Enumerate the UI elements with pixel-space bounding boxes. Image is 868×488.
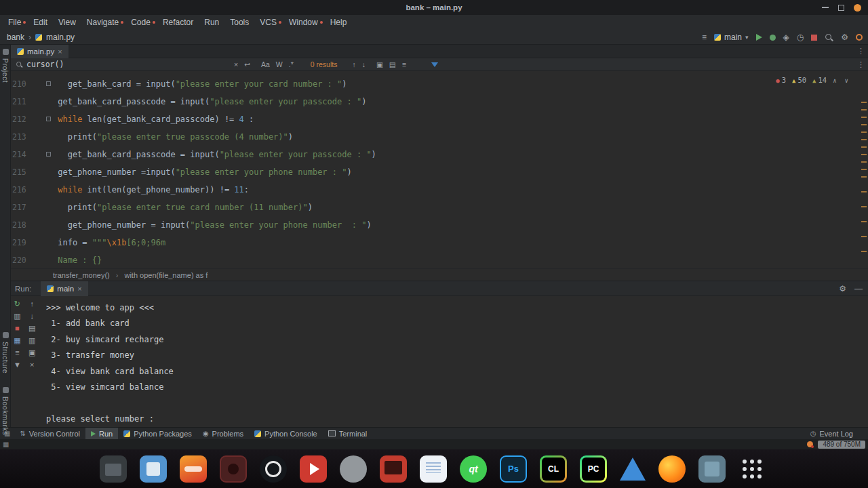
breadcrumb-function[interactable]: transfer_money() <box>53 271 110 279</box>
search-options-icon[interactable]: ≡ <box>402 60 406 68</box>
stop-button[interactable]: ■ <box>15 324 20 333</box>
stripe-mark[interactable] <box>861 161 867 163</box>
restore-layout-button[interactable]: ▦ <box>14 336 20 345</box>
tool-version-control[interactable]: ⇅Version Control <box>14 428 85 440</box>
search-input[interactable]: cursor() <box>26 60 234 69</box>
select-all-occurrences-icon[interactable]: ▤ <box>389 60 396 68</box>
tool-python-packages[interactable]: Python Packages <box>118 428 197 440</box>
menu-refactor[interactable]: Refactor <box>157 18 199 27</box>
find-all-icon[interactable]: ▣ <box>376 60 383 68</box>
tool-event-log[interactable]: ◷Event Log <box>805 428 859 440</box>
code-line[interactable]: 217 print("please enter true card number… <box>11 199 868 216</box>
clear-button[interactable]: × <box>30 361 34 369</box>
stripe-mark[interactable] <box>861 102 867 103</box>
event-notification-icon[interactable] <box>807 441 813 447</box>
console-output[interactable]: >>> welcome to app <<< 1- add bank card … <box>46 300 860 427</box>
inspection-errors[interactable]: ●3 <box>776 76 786 84</box>
tab-main-py[interactable]: main.py × <box>11 45 68 58</box>
code-line[interactable]: 216 while int(len(get_phone_number)) != … <box>11 181 868 199</box>
gimp-app[interactable] <box>340 455 367 483</box>
firefox-app[interactable] <box>658 455 686 483</box>
run-config-selector[interactable]: main ▾ <box>714 33 749 42</box>
stripe-mark[interactable] <box>861 117 867 118</box>
error-stripe[interactable] <box>860 71 868 268</box>
inspection-prev-arrow[interactable]: ∧ <box>833 76 838 84</box>
sidebar-item-bookmarks[interactable]: Bookmarks <box>0 387 11 435</box>
tool-python-console[interactable]: Python Console <box>249 428 323 440</box>
statusbar-grid-icon[interactable]: ▦ <box>3 441 9 448</box>
menu-view[interactable]: View <box>53 18 81 27</box>
scroll-to-end-button[interactable]: ▼ <box>14 361 21 369</box>
code-line[interactable]: 215 get_phone_number =input("please ente… <box>11 163 868 181</box>
fold-marker-icon[interactable] <box>46 117 51 121</box>
filter-icon[interactable] <box>431 62 438 67</box>
words-toggle[interactable]: W <box>276 60 283 68</box>
tool-problems[interactable]: ◉Problems <box>197 428 249 440</box>
media-app[interactable] <box>180 455 207 483</box>
code-line[interactable]: 213 print("please enter true passcode (4… <box>11 128 868 146</box>
stripe-mark[interactable] <box>861 191 867 192</box>
stripe-mark[interactable] <box>861 236 867 237</box>
close-run-tab-icon[interactable]: × <box>77 285 81 293</box>
regex-toggle[interactable]: .* <box>289 60 294 68</box>
menu-edit[interactable]: Edit <box>28 18 53 27</box>
code-editor[interactable]: 210 get_bank_card = input("please enter … <box>11 71 868 268</box>
clion-app[interactable]: CL <box>540 455 567 483</box>
inspection-weak-warnings[interactable]: ▲14 <box>812 76 827 84</box>
more-options-icon[interactable]: ⋮ <box>857 60 865 69</box>
files-app[interactable] <box>100 455 127 483</box>
breadcrumb-block[interactable]: with open(file_name) as f <box>124 271 208 279</box>
print-button[interactable]: ▣ <box>28 348 35 357</box>
fold-marker-icon[interactable] <box>46 81 51 86</box>
tool-run[interactable]: Run <box>85 428 118 440</box>
titlebar[interactable]: bank – main.py <box>0 0 868 15</box>
stripe-mark[interactable] <box>861 221 867 222</box>
memory-indicator[interactable]: 489 of 750M <box>818 441 865 449</box>
qt-app[interactable]: qt <box>460 455 487 483</box>
prev-occurrence-icon[interactable]: ↑ <box>352 60 355 68</box>
fold-marker-icon[interactable] <box>46 152 51 157</box>
stripe-mark[interactable] <box>861 109 867 110</box>
settings-gear-icon[interactable]: ⚙ <box>841 33 848 41</box>
stripe-mark[interactable] <box>861 169 867 170</box>
prism-app[interactable] <box>620 458 646 481</box>
notifications-icon[interactable] <box>856 34 863 41</box>
stripe-mark[interactable] <box>861 124 867 125</box>
close-search-icon[interactable]: × <box>234 60 238 68</box>
software-app[interactable] <box>140 455 167 483</box>
menu-navigate[interactable]: Navigate <box>81 18 124 27</box>
menu-help[interactable]: Help <box>325 18 353 27</box>
stripe-mark[interactable] <box>861 176 867 178</box>
code-line[interactable]: 212 while len(get_bank_card_passcode) !=… <box>11 110 868 128</box>
breadcrumb-project[interactable]: bank <box>7 33 24 42</box>
menu-tools[interactable]: Tools <box>224 18 254 27</box>
menu-run[interactable]: Run <box>199 18 224 27</box>
run-tab[interactable]: main × <box>41 281 87 296</box>
code-line[interactable]: 220 Name : {} <box>11 251 868 268</box>
close-icon[interactable] <box>854 4 861 12</box>
tab-options-icon[interactable]: ⋮ <box>857 47 865 56</box>
vm-app[interactable] <box>698 455 726 483</box>
soft-wrap-button[interactable]: ≡ <box>15 348 19 357</box>
code-line[interactable]: 210 get_bank_card = input("please enter … <box>11 75 868 93</box>
coverage-button[interactable]: ◈ <box>783 33 789 41</box>
code-line[interactable]: 214 get_bank_card_passcode = input("plea… <box>11 146 868 163</box>
up-stack-button[interactable]: ↑ <box>30 300 34 308</box>
code-line[interactable]: 218 get_phone_number = input("please ent… <box>11 216 868 234</box>
run-widget-icon[interactable]: ≡ <box>702 33 707 41</box>
rerun-button[interactable]: ↻ <box>14 300 20 308</box>
breadcrumb-file[interactable]: main.py <box>46 33 75 42</box>
maximize-icon[interactable] <box>838 5 844 11</box>
menu-code[interactable]: Code <box>125 18 156 27</box>
profiler-button[interactable]: ◷ <box>797 33 804 41</box>
down-stack-button[interactable]: ↓ <box>30 312 34 321</box>
run-button[interactable] <box>756 34 762 41</box>
stripe-mark[interactable] <box>861 154 867 155</box>
code-line[interactable]: 211 get_bank_card_passcode = input("plea… <box>11 93 868 110</box>
next-occurrence-icon[interactable]: ↓ <box>362 60 366 68</box>
writer-app[interactable] <box>420 455 447 483</box>
tool-terminal[interactable]: Terminal <box>323 428 373 440</box>
video-app[interactable] <box>300 455 327 483</box>
debug-button[interactable] <box>770 35 776 41</box>
minimize-icon[interactable] <box>822 7 829 8</box>
